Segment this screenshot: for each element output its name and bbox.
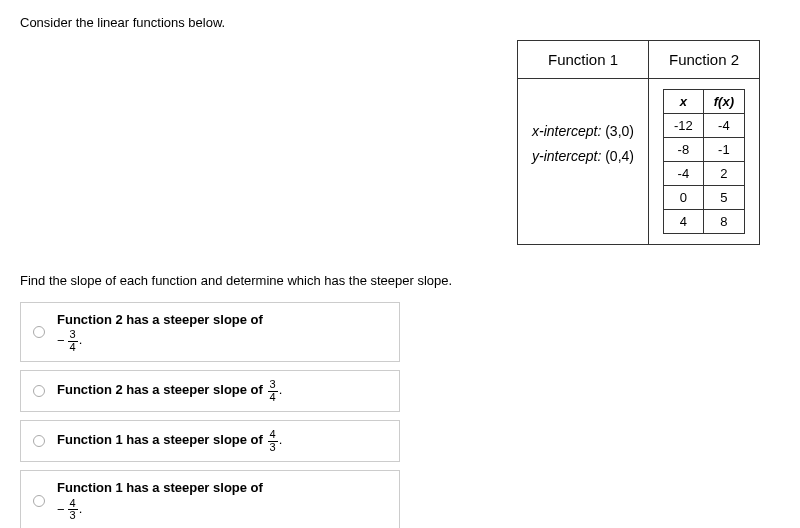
table-row: -42	[663, 162, 744, 186]
option-4-text: Function 1 has a steeper slope of −43.	[57, 479, 263, 521]
radio-icon	[33, 435, 45, 447]
option-3-text: Function 1 has a steeper slope of 43.	[57, 429, 282, 453]
table-header-func2: Function 2	[648, 41, 759, 79]
prompt-text: Consider the linear functions below.	[20, 15, 780, 30]
radio-icon	[33, 495, 45, 507]
radio-icon	[33, 385, 45, 397]
table-row: 48	[663, 210, 744, 234]
functions-table: Function 1 Function 2 x-intercept: (3,0)…	[517, 40, 760, 245]
table-header-func1: Function 1	[518, 41, 649, 79]
option-4[interactable]: Function 1 has a steeper slope of −43.	[20, 470, 400, 528]
table-row: 05	[663, 186, 744, 210]
yintercept-label: y-intercept:	[532, 148, 601, 164]
question-text: Find the slope of each function and dete…	[20, 273, 780, 288]
option-1[interactable]: Function 2 has a steeper slope of −34.	[20, 302, 400, 362]
table-row: -8-1	[663, 138, 744, 162]
option-2[interactable]: Function 2 has a steeper slope of 34.	[20, 370, 400, 412]
function1-cell: x-intercept: (3,0) y-intercept: (0,4)	[518, 79, 649, 245]
xintercept-value: (3,0)	[605, 123, 634, 139]
value-table-head-fx: f(x)	[703, 90, 744, 114]
table-row: -12-4	[663, 114, 744, 138]
xintercept-label: x-intercept:	[532, 123, 601, 139]
value-table: x f(x) -12-4 -8-1 -42 05 48	[663, 89, 745, 234]
option-2-text: Function 2 has a steeper slope of 34.	[57, 379, 282, 403]
value-table-head-x: x	[663, 90, 703, 114]
option-3[interactable]: Function 1 has a steeper slope of 43.	[20, 420, 400, 462]
radio-icon	[33, 326, 45, 338]
function2-cell: x f(x) -12-4 -8-1 -42 05 48	[648, 79, 759, 245]
yintercept-value: (0,4)	[605, 148, 634, 164]
option-1-text: Function 2 has a steeper slope of −34.	[57, 311, 263, 353]
options-list: Function 2 has a steeper slope of −34. F…	[20, 302, 780, 528]
